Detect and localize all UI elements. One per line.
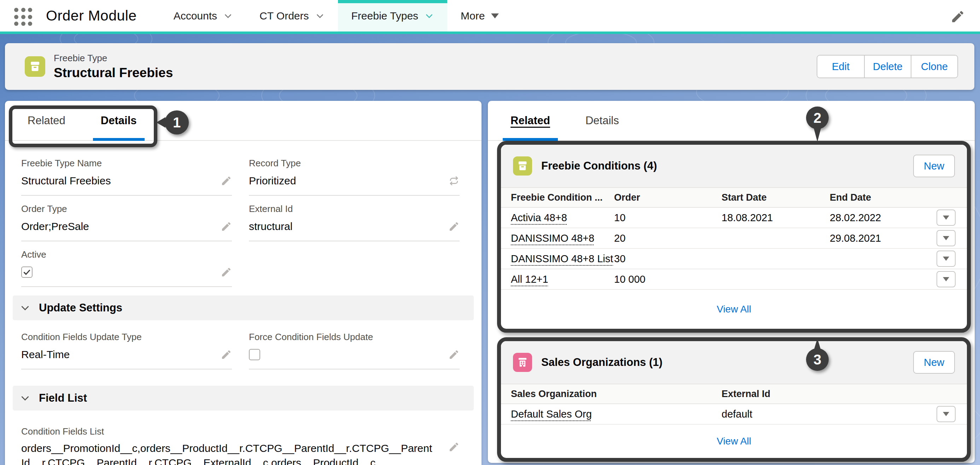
- nav-tab-ct-orders[interactable]: CT Orders: [246, 0, 337, 32]
- row-actions-dropdown-button[interactable]: [937, 209, 956, 226]
- freebie-conditions-card: Freebie Conditions (4) New Freebie Condi…: [497, 141, 971, 332]
- section-field-list[interactable]: Field List: [13, 386, 474, 411]
- record-link[interactable]: All 12+1: [511, 273, 548, 285]
- field-label: External Id: [249, 203, 460, 214]
- field-value: Order;PreSale: [21, 221, 89, 232]
- tab-label: Related: [27, 114, 65, 127]
- chevron-down-icon[interactable]: [425, 11, 434, 21]
- nav-tab-label: CT Orders: [259, 10, 309, 22]
- edit-field-pencil-icon[interactable]: [448, 441, 460, 452]
- tab-label: Related: [511, 114, 550, 127]
- field-label: Force Condition Fields Update: [249, 332, 460, 342]
- sales-organizations-card: Sales Organizations (1) New Sales Organi…: [497, 337, 971, 462]
- field-force-condition-fields-update: Force Condition Fields Update: [249, 324, 460, 369]
- entity-label: Freebie Type: [54, 53, 173, 64]
- field-label: Active: [21, 249, 232, 260]
- row-actions-dropdown-button[interactable]: [937, 251, 956, 267]
- global-navigation-bar: Order Module Accounts CT Orders Freebie …: [0, 0, 980, 34]
- chevron-down-icon[interactable]: [315, 11, 325, 21]
- right-tab-row: Related Details: [488, 101, 975, 141]
- freebie-conditions-column-headers: Freebie Condition ... Order Start Date E…: [501, 187, 967, 208]
- edit-field-pencil-icon[interactable]: [221, 349, 232, 360]
- row-actions-dropdown-button[interactable]: [937, 230, 956, 246]
- edit-field-pencil-icon[interactable]: [448, 221, 460, 232]
- annotation-balloon-1: 1: [165, 110, 189, 134]
- section-title: Field List: [39, 392, 87, 404]
- field-label: Freebie Type Name: [21, 158, 232, 169]
- section-title: Update Settings: [39, 302, 123, 314]
- freebie-conditions-header: Freebie Conditions (4) New: [501, 145, 967, 187]
- annotation-number: 2: [813, 110, 821, 126]
- record-header-card: Freebie Type Structural Freebies Edit De…: [5, 43, 974, 90]
- new-sales-organization-button[interactable]: New: [913, 351, 955, 374]
- chevron-down-icon: [20, 393, 30, 403]
- cell-start-date: 18.08.2021: [722, 212, 830, 224]
- record-details-body: Freebie Type Name Structural Freebies Re…: [5, 141, 482, 465]
- cell-order: 10: [614, 212, 722, 224]
- nav-tab-freebie-types[interactable]: Freebie Types: [338, 0, 447, 32]
- edit-field-pencil-icon[interactable]: [448, 349, 460, 360]
- tab-details-left[interactable]: Details: [101, 101, 137, 140]
- app-name: Order Module: [46, 8, 137, 24]
- record-link[interactable]: Activia 48+8: [511, 212, 567, 224]
- cell-order: 20: [614, 232, 722, 244]
- caret-down-icon: [943, 236, 949, 240]
- caret-down-icon: [943, 257, 949, 261]
- field-label: Condition Fields Update Type: [21, 332, 232, 342]
- clone-button[interactable]: Clone: [911, 56, 958, 78]
- column-header: Order: [614, 192, 722, 203]
- edit-button[interactable]: Edit: [818, 56, 864, 78]
- tab-related-right[interactable]: Related: [511, 101, 550, 140]
- sales-organizations-column-headers: Sales Organization External Id: [501, 384, 967, 404]
- tab-label: Details: [101, 114, 137, 127]
- edit-page-pencil-icon[interactable]: [950, 9, 965, 24]
- field-record-type: Record Type Prioritized: [249, 150, 460, 196]
- table-row: All 12+1 10 000: [501, 269, 967, 290]
- edit-field-pencil-icon[interactable]: [221, 267, 232, 278]
- section-update-settings[interactable]: Update Settings: [13, 296, 474, 320]
- active-checkbox-checked[interactable]: [21, 267, 32, 278]
- caret-down-icon: [491, 13, 499, 18]
- cell-order: 30: [614, 253, 722, 265]
- view-all-link-sales-organizations[interactable]: View All: [717, 436, 751, 447]
- field-freebie-type-name: Freebie Type Name Structural Freebies: [21, 150, 232, 196]
- record-link[interactable]: DANISSIMO 48+8: [511, 232, 594, 244]
- annotation-number: 1: [173, 115, 181, 131]
- chevron-down-icon: [20, 302, 30, 313]
- edit-field-pencil-icon[interactable]: [221, 221, 232, 232]
- freebie-condition-object-icon: [513, 157, 532, 176]
- edit-field-pencil-icon[interactable]: [221, 175, 232, 187]
- nav-tab-accounts[interactable]: Accounts: [160, 0, 246, 32]
- tab-details-right[interactable]: Details: [585, 101, 619, 140]
- view-all-link-freebie-conditions[interactable]: View All: [717, 304, 751, 315]
- table-row: Default Sales Org default: [501, 404, 967, 425]
- app-launcher-icon[interactable]: [14, 8, 32, 26]
- nav-tab-label: Freebie Types: [352, 10, 418, 22]
- cell-end-date: 29.08.2021: [830, 232, 936, 244]
- change-record-type-icon[interactable]: [448, 175, 460, 187]
- left-tab-row: Related Details: [5, 101, 482, 141]
- record-link[interactable]: Default Sales Org: [511, 408, 592, 420]
- chevron-down-icon[interactable]: [223, 11, 232, 21]
- force-update-checkbox-unchecked[interactable]: [249, 349, 260, 360]
- column-header: Freebie Condition ...: [511, 192, 614, 203]
- column-header: End Date: [830, 192, 936, 203]
- record-link[interactable]: DANISSIMO 48+8 List: [511, 253, 613, 265]
- field-value: Real-Time: [21, 348, 70, 361]
- new-freebie-condition-button[interactable]: New: [913, 155, 955, 177]
- column-header: Sales Organization: [511, 388, 722, 399]
- row-actions-dropdown-button[interactable]: [937, 406, 956, 422]
- nav-tab-more[interactable]: More: [447, 0, 512, 32]
- freebie-type-object-icon: [25, 56, 45, 77]
- field-label: Order Type: [21, 203, 232, 214]
- sales-organizations-header: Sales Organizations (1) New: [501, 341, 967, 384]
- annotation-balloon-3: 3: [806, 348, 829, 371]
- table-row: Activia 48+8 10 18.08.2021 28.02.2022: [501, 208, 967, 228]
- field-external-id: External Id structural: [249, 196, 460, 241]
- field-value: Structural Freebies: [21, 175, 111, 187]
- sales-organization-object-icon: [513, 353, 532, 372]
- field-label: Condition Fields List: [21, 426, 460, 437]
- delete-button[interactable]: Delete: [864, 56, 911, 78]
- tab-related-left[interactable]: Related: [27, 101, 65, 140]
- row-actions-dropdown-button[interactable]: [937, 271, 956, 288]
